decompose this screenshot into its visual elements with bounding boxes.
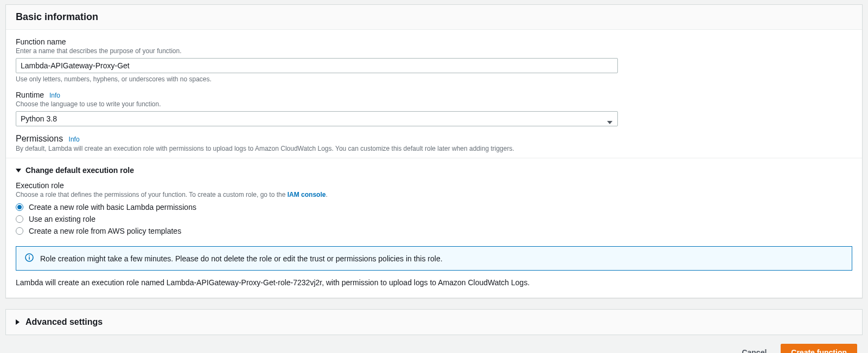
change-execution-role-toggle[interactable]: Change default execution role [16, 166, 852, 175]
role-creation-info-alert: Role creation might take a few minutes. … [16, 246, 852, 271]
execution-role-radio-option[interactable]: Use an existing role [16, 215, 852, 223]
execution-role-label: Execution role [16, 181, 852, 190]
caret-down-icon [16, 166, 21, 175]
execution-role-desc-suffix: . [326, 191, 327, 198]
runtime-description: Choose the language to use to write your… [16, 100, 852, 108]
advanced-settings-title: Advanced settings [25, 317, 103, 327]
radio-label: Create a new role with basic Lambda perm… [29, 203, 196, 211]
footer-actions: Cancel Create function [5, 342, 863, 353]
caret-right-icon [16, 318, 20, 326]
cancel-button[interactable]: Cancel [732, 344, 776, 353]
svg-rect-4 [29, 255, 30, 256]
execution-role-note: Lambda will create an execution role nam… [16, 278, 852, 287]
runtime-label-row: Runtime Info [16, 91, 852, 99]
section-divider [6, 158, 862, 158]
basic-information-header: Basic information [6, 5, 862, 30]
radio-icon [16, 227, 23, 235]
permissions-label-row: Permissions Info [16, 134, 852, 144]
execution-role-desc-prefix: Choose a role that defines the permissio… [16, 191, 288, 198]
info-icon [25, 253, 34, 264]
function-name-label: Function name [16, 37, 852, 46]
runtime-label: Runtime [16, 91, 44, 99]
radio-label: Use an existing role [29, 215, 95, 223]
permissions-field: Permissions Info By default, Lambda will… [16, 134, 852, 152]
runtime-field: Runtime Info Choose the language to use … [16, 91, 852, 126]
svg-rect-3 [29, 257, 30, 260]
svg-marker-1 [16, 169, 21, 172]
role-creation-info-text: Role creation might take a few minutes. … [40, 254, 443, 263]
radio-icon [16, 215, 23, 223]
permissions-info-link[interactable]: Info [69, 136, 80, 143]
radio-icon [16, 203, 23, 211]
function-name-field: Function name Enter a name that describe… [16, 37, 852, 83]
execution-role-description: Choose a role that defines the permissio… [16, 191, 852, 198]
basic-information-title: Basic information [16, 11, 852, 23]
function-name-input[interactable] [16, 58, 618, 73]
function-name-hint: Use only letters, numbers, hyphens, or u… [16, 75, 852, 83]
execution-role-radio-group: Create a new role with basic Lambda perm… [16, 203, 852, 235]
svg-marker-5 [16, 319, 20, 325]
radio-label: Create a new role from AWS policy templa… [29, 227, 181, 235]
change-execution-role-title: Change default execution role [25, 166, 134, 175]
basic-information-panel: Basic information Function name Enter a … [5, 4, 863, 298]
advanced-settings-panel: Advanced settings [5, 309, 863, 335]
advanced-settings-toggle[interactable]: Advanced settings [6, 310, 862, 335]
execution-role-radio-option[interactable]: Create a new role from AWS policy templa… [16, 227, 852, 235]
runtime-info-link[interactable]: Info [49, 92, 60, 99]
permissions-description: By default, Lambda will create an execut… [16, 145, 852, 152]
execution-role-radio-option[interactable]: Create a new role with basic Lambda perm… [16, 203, 852, 211]
runtime-select[interactable]: Python 3.8 [16, 111, 618, 126]
iam-console-link[interactable]: IAM console [288, 191, 326, 198]
permissions-label: Permissions [16, 134, 63, 143]
function-name-description: Enter a name that describes the purpose … [16, 47, 852, 55]
create-function-button[interactable]: Create function [781, 344, 857, 353]
